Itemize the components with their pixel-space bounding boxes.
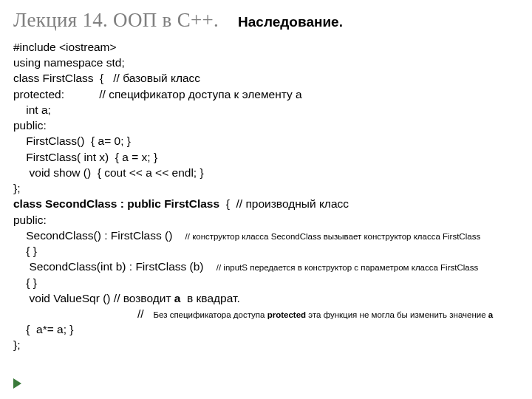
title-row: Лекция 14. ООП в С++. Наследование. [13,9,519,32]
code-text: { // производный класс [219,197,349,210]
code-line: { a*= a; } [13,321,519,337]
code-comment-bold: а [488,310,493,319]
code-comment: эта функция не могла бы изменить значени… [306,310,488,319]
slide-title: Лекция 14. ООП в С++. [13,9,219,32]
code-line: int a; [13,102,519,117]
code-line: }; [13,337,519,352]
code-line: SecondClass() : FirstClass () // констру… [13,228,519,243]
slide: Лекция 14. ООП в С++. Наследование. #inc… [0,0,532,399]
code-bold: class SecondClass : public FirstClass [13,197,219,210]
code-text: в квадрат. [180,292,239,304]
code-line: public: [13,117,519,133]
code-line: { } [13,243,519,259]
code-text: void ValueSqr () // возводит [13,292,174,304]
code-line: FirstClass() { a= 0; } [13,133,519,149]
code-line: protected: // спецификатор доступа к эле… [13,86,519,102]
arrow-icon [13,378,21,389]
code-line: void ValueSqr () // возводит а в квадрат… [13,290,519,306]
code-line: SecondClass(int b) : FirstClass (b) // i… [13,259,519,274]
code-line: using namespace std; [13,55,519,70]
code-comment: // конструктор класса SecondClass вызыва… [185,232,481,241]
code-line: #include <iostream> [13,39,519,55]
code-text: SecondClass() : FirstClass () [13,229,185,242]
code-line: // Без спецификатора доступа protected э… [13,306,519,321]
code-line: class FirstClass { // базовый класс [13,70,519,86]
code-line: void show () { cout << a << endl; } [13,165,519,180]
code-text: // [13,307,153,320]
code-comment-bold: protected [267,310,306,319]
code-line: { } [13,275,519,290]
code-line: FirstClass( int x) { a = x; } [13,149,519,165]
code-line: }; [13,180,519,196]
code-line: public: [13,212,519,228]
code-line: class SecondClass : public FirstClass { … [13,196,519,211]
code-comment: // inputS передается в конструктор с пар… [216,263,478,272]
slide-subtitle: Наследование. [238,14,343,30]
code-block: #include <iostream> using namespace std;… [13,39,519,353]
code-text: SecondClass(int b) : FirstClass (b) [13,260,216,273]
code-comment: Без спецификатора доступа [153,310,267,319]
